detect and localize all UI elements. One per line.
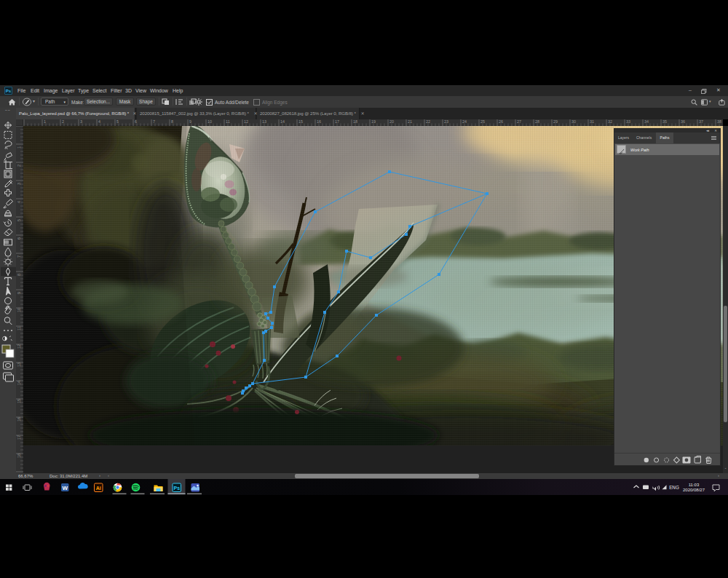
svg-text:Ai: Ai [96,486,101,491]
svg-text:W: W [62,485,68,491]
svg-text:Ps: Ps [174,486,181,491]
svg-text:2020/08/27: 2020/08/27 [683,488,705,492]
svg-text:ENG: ENG [669,485,679,490]
svg-text:11:03: 11:03 [689,483,700,487]
